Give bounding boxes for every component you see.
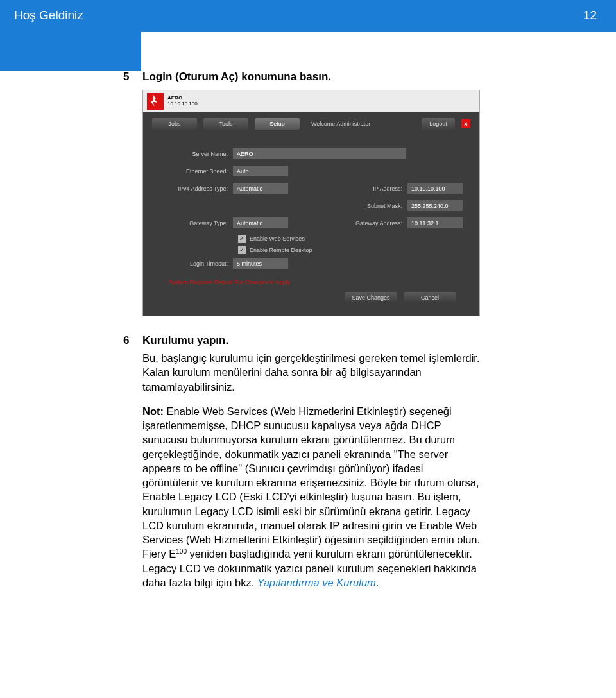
reboot-warning: System Requires Reboot For Changes to Ap… — [156, 275, 463, 292]
label-ethernet-speed: Ethernet Speed: — [156, 168, 233, 174]
welcome-text: Welcome Administrator — [311, 121, 415, 127]
content: 5 Login (Oturum Aç) konumuna basın. AERO… — [0, 71, 616, 615]
label-gateway-type: Gateway Type: — [156, 220, 233, 226]
save-changes-button[interactable]: Save Changes — [345, 292, 397, 303]
step-6-number: 6 — [123, 334, 142, 347]
header-spacer — [0, 32, 616, 71]
top-product-label: AERO 10.10.10.100 — [167, 96, 198, 107]
step-5: 5 Login (Oturum Aç) konumuna basın. — [142, 71, 481, 83]
step-6-label: Kurulumu yapın. — [142, 334, 228, 347]
cancel-button[interactable]: Cancel — [404, 292, 456, 303]
ui-tabbar: Jobs Tools Setup Welcome Administrator L… — [143, 112, 479, 135]
label-remote-desktop: Enable Remote Desktop — [250, 247, 312, 253]
select-ethernet-speed[interactable]: Auto — [233, 166, 288, 176]
input-gateway-addr[interactable]: 10.11.32.1 — [407, 217, 463, 228]
row-subnet: Subnet Mask: 255.255.240.0 — [156, 200, 463, 211]
input-ip-address[interactable]: 10.10.10.100 — [407, 183, 463, 194]
logout-button[interactable]: Logout — [422, 118, 455, 130]
paragraph-1: Bu, başlangıç kurulumu için gerçekleştir… — [142, 351, 481, 394]
header-title: Hoş Geldiniz — [0, 0, 141, 32]
row-ethernet-speed: Ethernet Speed: Auto — [156, 166, 463, 176]
checkbox-remote-desktop[interactable]: ✓ — [238, 246, 246, 254]
label-gateway-addr: Gateway Address: — [336, 220, 407, 226]
note-label: Not: — [142, 405, 164, 417]
select-login-timeout[interactable]: 5 minutes — [233, 258, 288, 269]
select-ipv4-type[interactable]: Automatic — [233, 183, 288, 194]
page-header: Hoş Geldiniz 12 — [0, 0, 616, 32]
fiery-logo-icon — [147, 93, 164, 110]
note-body-1: Enable Web Services (Web Hizmetlerini Et… — [142, 405, 480, 545]
label-ipv4-type: IPv4 Address Type: — [156, 185, 233, 192]
ui-topbar: AERO 10.10.10.100 — [143, 90, 479, 112]
label-subnet: Subnet Mask: — [336, 203, 407, 209]
select-gateway-type[interactable]: Automatic — [233, 217, 288, 228]
tab-jobs[interactable]: Jobs — [152, 118, 197, 130]
row-check-webservices: ✓ Enable Web Services — [156, 235, 463, 243]
page-number: 12 — [141, 0, 616, 32]
row-server-name: Server Name: AERO — [156, 148, 463, 159]
row-check-remote: ✓ Enable Remote Desktop — [156, 246, 463, 254]
label-login-timeout: Login Timeout: — [156, 260, 233, 267]
step-5-label: Login (Oturum Aç) konumuna basın. — [142, 71, 331, 83]
checkbox-web-services[interactable]: ✓ — [238, 235, 246, 243]
label-web-services: Enable Web Services — [250, 235, 305, 242]
note-body-2b: yeniden başladığında yeni kurulum ekranı… — [187, 548, 472, 559]
product-ip: 10.10.10.100 — [167, 101, 198, 107]
input-subnet[interactable]: 255.255.240.0 — [407, 200, 463, 211]
ui-body: Server Name: AERO Ethernet Speed: Auto I… — [143, 135, 479, 316]
note-block: Not: Enable Web Services (Web Hizmetleri… — [142, 404, 481, 590]
step-6: 6 Kurulumu yapın. — [142, 334, 481, 347]
row-gateway: Gateway Type: Automatic Gateway Address:… — [156, 217, 463, 228]
label-ip-address: IP Address: — [336, 185, 407, 192]
ui-button-bar: Save Changes Cancel — [156, 292, 463, 308]
note-sup-100: 100 — [176, 548, 187, 555]
label-server-name: Server Name: — [156, 151, 233, 157]
close-icon[interactable]: × — [461, 119, 470, 128]
screenshot-setup-panel: AERO 10.10.10.100 Jobs Tools Setup Welco… — [142, 90, 480, 316]
header-spacer-left — [0, 32, 141, 71]
tab-tools[interactable]: Tools — [203, 118, 248, 130]
row-ipv4: IPv4 Address Type: Automatic IP Address:… — [156, 183, 463, 194]
row-timeout: Login Timeout: 5 minutes — [156, 258, 463, 269]
input-server-name[interactable]: AERO — [233, 148, 406, 159]
note-body-2a: Fiery E — [142, 548, 176, 559]
note-body-3b: . — [376, 577, 379, 588]
step-5-number: 5 — [123, 71, 142, 83]
tab-setup[interactable]: Setup — [255, 118, 300, 130]
link-config-install[interactable]: Yapılandırma ve Kurulum — [257, 577, 376, 588]
